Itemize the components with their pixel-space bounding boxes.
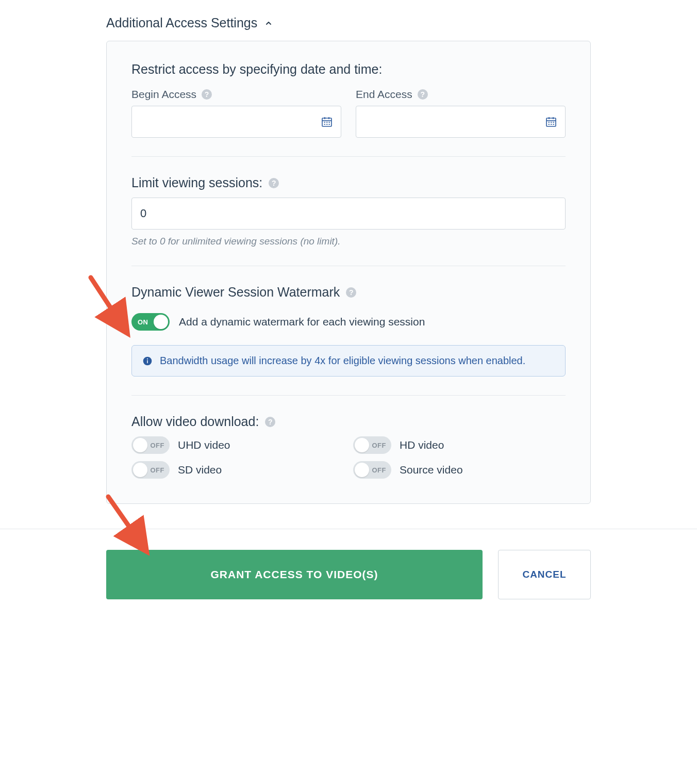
uhd-download-toggle[interactable]: OFF — [131, 436, 170, 454]
toggle-knob — [133, 438, 147, 452]
help-icon[interactable]: ? — [269, 178, 279, 188]
help-icon[interactable]: ? — [346, 287, 356, 298]
toggle-state-text: OFF — [151, 466, 165, 474]
info-text: Bandwidth usage will increase by 4x for … — [160, 355, 525, 367]
end-access-input[interactable] — [356, 106, 566, 138]
date-restrict-title: Restrict access by specifying date and t… — [131, 62, 566, 77]
settings-panel: Restrict access by specifying date and t… — [106, 41, 591, 504]
hd-download-toggle[interactable]: OFF — [353, 436, 391, 454]
section-title: Additional Access Settings — [106, 15, 257, 30]
toggle-knob — [154, 315, 168, 329]
toggle-state-text: ON — [138, 318, 148, 326]
toggle-knob — [133, 463, 147, 477]
toggle-knob — [355, 463, 369, 477]
help-icon[interactable]: ? — [418, 89, 428, 100]
grant-access-button[interactable]: GRANT ACCESS TO VIDEO(S) — [106, 550, 483, 599]
watermark-title: Dynamic Viewer Session Watermark ? — [131, 285, 566, 300]
end-access-label: End Access ? — [356, 88, 566, 101]
bandwidth-info-box: Bandwidth usage will increase by 4x for … — [131, 345, 566, 377]
toggle-state-text: OFF — [372, 442, 387, 449]
svg-point-22 — [147, 358, 148, 359]
chevron-up-icon — [264, 19, 273, 27]
source-download-toggle[interactable]: OFF — [353, 461, 391, 479]
uhd-label: UHD video — [178, 439, 230, 451]
watermark-toggle[interactable]: ON — [131, 313, 170, 331]
svg-rect-21 — [147, 360, 148, 363]
download-title: Allow video download: ? — [131, 414, 566, 429]
begin-access-label: Begin Access ? — [131, 88, 341, 101]
svg-line-26 — [108, 497, 144, 548]
calendar-icon[interactable] — [321, 116, 333, 128]
info-icon — [142, 356, 153, 366]
divider — [131, 156, 566, 157]
hd-label: HD video — [400, 439, 444, 451]
limit-sessions-helper: Set to 0 for unlimited viewing sessions … — [131, 236, 566, 247]
toggle-state-text: OFF — [372, 466, 387, 474]
divider — [131, 395, 566, 396]
begin-access-input[interactable] — [131, 106, 341, 138]
source-label: Source video — [400, 464, 463, 476]
sd-download-toggle[interactable]: OFF — [131, 461, 170, 479]
calendar-icon[interactable] — [545, 116, 557, 128]
watermark-toggle-label: Add a dynamic watermark for each viewing… — [179, 316, 425, 328]
limit-sessions-title: Limit viewing sessions: ? — [131, 175, 566, 190]
divider — [131, 266, 566, 266]
toggle-state-text: OFF — [151, 442, 165, 449]
toggle-knob — [355, 438, 369, 452]
additional-access-settings-header[interactable]: Additional Access Settings — [106, 15, 591, 41]
sd-label: SD video — [178, 464, 222, 476]
limit-sessions-input[interactable] — [131, 198, 566, 230]
cancel-button[interactable]: CANCEL — [498, 550, 591, 599]
help-icon[interactable]: ? — [265, 417, 275, 427]
help-icon[interactable]: ? — [202, 89, 212, 100]
